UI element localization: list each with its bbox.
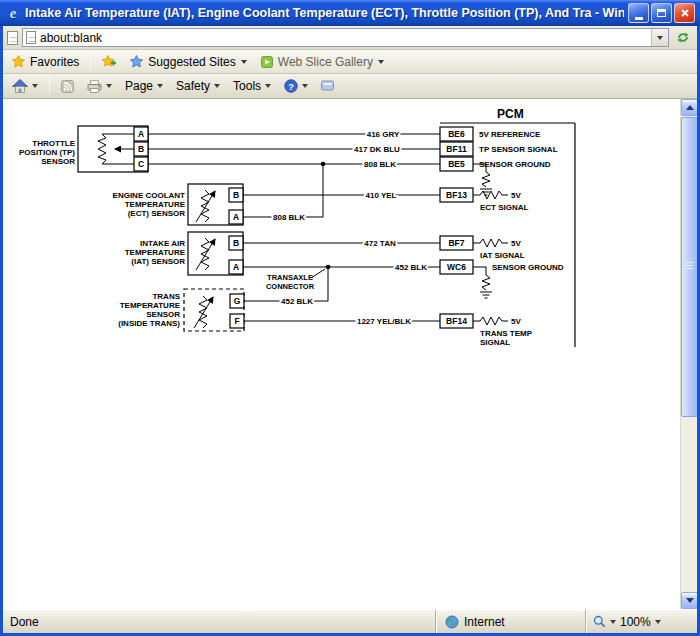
zoom-control[interactable]: 100% [585, 610, 697, 633]
favorites-label: Favorites [30, 55, 79, 69]
wire-label: 417 DK BLU [354, 145, 400, 154]
chevron-down-icon [157, 84, 163, 88]
arrow-up-icon [686, 105, 694, 110]
title-bar: e Intake Air Temperature (IAT), Engine C… [0, 0, 700, 26]
ie-logo-icon: e [5, 5, 21, 21]
page-content: PCM BE6 BF11 BE5 BF13 BF7 WC6 BF14 5V RE… [3, 99, 697, 609]
arrow-down-icon [686, 598, 694, 603]
terminal-label: G [234, 296, 241, 306]
favorites-button[interactable]: Favorites [6, 53, 85, 71]
sensor-label-line: (ECT) SENSOR [128, 209, 186, 218]
feeds-button[interactable] [56, 78, 79, 95]
scroll-down-button[interactable] [681, 592, 697, 609]
close-icon [680, 8, 690, 18]
chevron-down-icon [655, 620, 661, 624]
wire-label: 808 BLK [364, 160, 396, 169]
command-bar: Page Safety Tools ? [3, 74, 697, 99]
iat-pullup-resistor [473, 239, 508, 247]
toolbar-separator [90, 54, 91, 70]
tp-sensor: THROTTLE POSITION (TP) SENSOR A B C [19, 126, 148, 172]
minimize-icon [635, 17, 643, 20]
page-favicon-icon [7, 31, 18, 45]
vertical-scrollbar[interactable] [680, 99, 697, 609]
ect-pullup-resistor [473, 191, 508, 199]
print-button[interactable] [82, 78, 117, 95]
wire-ect-b: 410 YEL [243, 191, 440, 200]
page-menu-button[interactable]: Page [120, 77, 168, 95]
sensor-label-line: INTAKE AIR [140, 239, 185, 248]
add-favorite-icon [102, 55, 116, 68]
terminal-label: F [234, 316, 239, 326]
feeds-icon [61, 80, 74, 93]
pcm-label: 5V [511, 317, 521, 326]
wire-iat-b: 472 TAN [243, 239, 440, 248]
pin-label: WC6 [447, 262, 466, 272]
minimize-button[interactable] [628, 3, 649, 23]
maximize-button[interactable] [651, 3, 672, 23]
sensor-label-line: POSITION (TP) [19, 148, 75, 157]
sensor-label-line: ENGINE COOLANT [113, 191, 186, 200]
browser-window: e Intake Air Temperature (IAT), Engine C… [0, 0, 700, 636]
chevron-down-icon [378, 60, 384, 64]
print-icon [87, 80, 102, 93]
terminal-label: A [233, 262, 239, 272]
terminal-label: B [233, 238, 239, 248]
wire-iat-a: 452 BLK [243, 263, 440, 272]
pcm-label: 5V REFERENCE [479, 130, 541, 139]
wire-tp-c: 808 BLK [148, 160, 440, 169]
web-slice-gallery-button[interactable]: Web Slice Gallery [255, 53, 390, 71]
sensor-label-line: SENSOR [146, 310, 180, 319]
wire-label: 472 TAN [364, 239, 396, 248]
trans-temp-sensor: TRANS TEMPERATURE SENSOR (INSIDE TRANS) … [118, 289, 244, 331]
wire-label: 808 BLK [273, 213, 305, 222]
wire-trans-f: 1227 YEL/BLK [244, 317, 440, 326]
terminal-label: A [138, 129, 144, 139]
terminal-label: B [138, 144, 144, 154]
tools-menu-button[interactable]: Tools [228, 77, 276, 95]
close-button[interactable] [674, 3, 695, 23]
pin-label: BE6 [448, 129, 465, 139]
chevron-down-icon [241, 60, 247, 64]
window-frame: about:blank Favorites [0, 26, 700, 636]
callout-line: CONNECTOR [266, 282, 315, 291]
address-input[interactable]: about:blank [22, 28, 669, 47]
wire-ect-a: 808 BLK [243, 164, 323, 222]
suggested-sites-label: Suggested Sites [148, 55, 235, 69]
scroll-up-button[interactable] [681, 99, 697, 116]
favorites-bar: Favorites Suggested Sites [3, 50, 697, 74]
svg-text:?: ? [288, 82, 294, 92]
home-button[interactable] [7, 77, 43, 95]
chevron-down-icon [657, 36, 663, 40]
security-zone-label: Internet [464, 615, 505, 629]
web-slice-label: Web Slice Gallery [278, 55, 373, 69]
chevron-down-icon [302, 84, 308, 88]
add-to-favorites-bar-button[interactable] [96, 53, 122, 70]
pin-label: BE5 [448, 159, 465, 169]
pcm-label: TRANS TEMP [480, 329, 533, 338]
callout-line: TRANSAXLE [267, 273, 313, 282]
scrollbar-thumb[interactable] [681, 117, 697, 417]
security-zone-panel[interactable]: Internet [435, 610, 585, 633]
wire-tp-b: 417 DK BLU [148, 145, 440, 154]
sensor-label-line: TRANS [152, 292, 180, 301]
chevron-down-icon [265, 84, 271, 88]
command-extra-button[interactable] [316, 78, 339, 94]
sensor-label-line: TEMPERATURE [125, 200, 186, 209]
pcm-label: ECT SIGNAL [480, 203, 529, 212]
pcm-connectors: BE6 BF11 BE5 BF13 BF7 WC6 BF14 [440, 127, 473, 328]
address-dropdown-button[interactable] [651, 29, 668, 46]
refresh-button[interactable] [673, 28, 693, 47]
safety-menu-label: Safety [176, 79, 210, 93]
help-menu-button[interactable]: ? [279, 77, 313, 95]
pin-label: BF13 [446, 190, 467, 200]
blank-page-icon [26, 31, 36, 44]
safety-menu-button[interactable]: Safety [171, 77, 225, 95]
trans-pullup-resistor [473, 317, 508, 325]
wire-label: 416 GRY [367, 130, 400, 139]
suggested-sites-button[interactable]: Suggested Sites [124, 53, 252, 71]
address-url: about:blank [40, 31, 647, 45]
pcm-label: SENSOR GROUND [492, 263, 564, 272]
sensor-label-line: TEMPERATURE [125, 248, 186, 257]
pin-label: BF14 [446, 316, 467, 326]
toolbar-separator [49, 78, 50, 94]
